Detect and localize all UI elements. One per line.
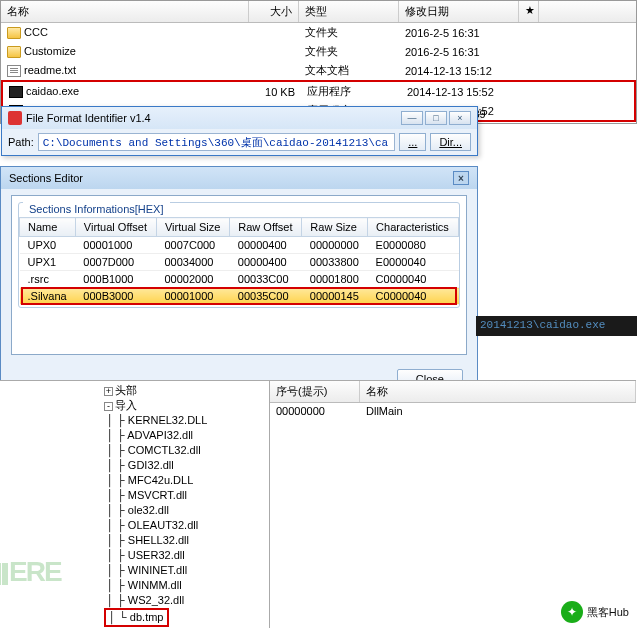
- th-char[interactable]: Characteristics: [368, 218, 459, 237]
- sections-table: Name Virtual Offset Virtual Size Raw Off…: [19, 217, 459, 305]
- col-ordinal[interactable]: 序号(提示): [270, 381, 360, 402]
- table-row-highlighted[interactable]: .Silvana000B30000000100000035C0000000145…: [20, 288, 459, 305]
- tree-leaf[interactable]: │ ├ WINMM.dll: [104, 578, 270, 593]
- file-list-header: 名称 大小 类型 修改日期 ★: [1, 1, 636, 23]
- close-button[interactable]: ×: [449, 111, 471, 125]
- tree-leaf[interactable]: │ ├ COMCTL32.dll: [104, 443, 270, 458]
- app-icon: [8, 111, 22, 125]
- tree-leaf[interactable]: │ ├ OLEAUT32.dll: [104, 518, 270, 533]
- tree-leaf[interactable]: │ ├ WS2_32.dll: [104, 593, 270, 608]
- path-ellipsis-button[interactable]: ...: [399, 133, 426, 151]
- wechat-icon: ✦: [561, 601, 583, 623]
- text-file-icon: [7, 65, 21, 77]
- expand-icon[interactable]: +: [104, 387, 113, 396]
- file-row[interactable]: CCC文件夹2016-2-5 16:31: [1, 23, 636, 42]
- tree-node[interactable]: +头部: [104, 383, 270, 398]
- sections-title-text: Sections Editor: [9, 172, 83, 184]
- tree-panel: +头部 -导入 │ ├ KERNEL32.DLL │ ├ ADVAPI32.dl…: [0, 381, 270, 628]
- col-name[interactable]: 名称: [360, 381, 636, 402]
- maximize-button[interactable]: □: [425, 111, 447, 125]
- sections-editor-window: Sections Editor × Sections Informations[…: [0, 166, 478, 400]
- dark-path-strip: 20141213\caidao.exe: [476, 316, 637, 336]
- col-star[interactable]: ★: [519, 1, 539, 22]
- sections-group: Sections Informations[HEX] Name Virtual …: [18, 202, 460, 308]
- imports-panel: 序号(提示) 名称 00000000 DllMain: [270, 381, 636, 628]
- close-icon[interactable]: ×: [453, 171, 469, 185]
- table-row[interactable]: .rsrc000B10000000200000033C0000001800C00…: [20, 271, 459, 288]
- sections-group-title: Sections Informations[HEX]: [23, 201, 170, 217]
- folder-icon: [7, 27, 21, 39]
- collapse-icon[interactable]: -: [104, 402, 113, 411]
- path-label: Path:: [8, 136, 34, 148]
- ffi-title-text: File Format Identifier v1.4: [26, 112, 151, 124]
- table-row[interactable]: UPX10007D000000340000000040000033800E000…: [20, 254, 459, 271]
- exe-icon: [9, 86, 23, 98]
- col-date[interactable]: 修改日期: [399, 1, 519, 22]
- tree-leaf[interactable]: │ ├ KERNEL32.DLL: [104, 413, 270, 428]
- sections-titlebar[interactable]: Sections Editor ×: [1, 167, 477, 189]
- th-vsize[interactable]: Virtual Size: [156, 218, 229, 237]
- tree-leaf[interactable]: db.tmp: [130, 611, 164, 623]
- col-name[interactable]: 名称: [1, 1, 249, 22]
- tree-leaf[interactable]: │ ├ MSVCRT.dll: [104, 488, 270, 503]
- col-type[interactable]: 类型: [299, 1, 399, 22]
- tree-leaf[interactable]: │ ├ USER32.dll: [104, 548, 270, 563]
- table-header-row: Name Virtual Offset Virtual Size Raw Off…: [20, 218, 459, 237]
- th-roff[interactable]: Raw Offset: [230, 218, 302, 237]
- folder-icon: [7, 46, 21, 58]
- file-row[interactable]: caidao.exe10 KB应用程序2014-12-13 15:52: [3, 82, 634, 101]
- highlight-box-dbtmp: │ └ db.tmp: [104, 608, 169, 627]
- bottom-panel: +头部 -导入 │ ├ KERNEL32.DLL │ ├ ADVAPI32.dl…: [0, 380, 636, 628]
- tree-leaf[interactable]: │ ├ SHELL32.dll: [104, 533, 270, 548]
- ffi-titlebar[interactable]: File Format Identifier v1.4 — □ ×: [2, 107, 477, 129]
- path-input[interactable]: [38, 133, 396, 151]
- watermark-left: FREɭERE: [0, 556, 61, 588]
- col-size[interactable]: 大小: [249, 1, 299, 22]
- file-row[interactable]: readme.txt文本文档2014-12-13 15:12: [1, 61, 636, 80]
- file-row[interactable]: Customize文件夹2016-2-5 16:31: [1, 42, 636, 61]
- th-voff[interactable]: Virtual Offset: [75, 218, 156, 237]
- ffi-path-row: Path: ... Dir...: [2, 129, 477, 155]
- tree-leaf[interactable]: │ ├ ole32.dll: [104, 503, 270, 518]
- tree-node[interactable]: -导入: [104, 398, 270, 413]
- tree-leaf[interactable]: │ ├ ADVAPI32.dll: [104, 428, 270, 443]
- dir-button[interactable]: Dir...: [430, 133, 471, 151]
- table-row[interactable]: UPX0000010000007C0000000040000000000E000…: [20, 237, 459, 254]
- import-row[interactable]: 00000000 DllMain: [270, 403, 636, 419]
- ffi-window: File Format Identifier v1.4 — □ × Path: …: [1, 106, 478, 156]
- minimize-button[interactable]: —: [401, 111, 423, 125]
- th-rsize[interactable]: Raw Size: [302, 218, 368, 237]
- tree-leaf[interactable]: │ ├ MFC42u.DLL: [104, 473, 270, 488]
- tree-leaf[interactable]: │ ├ GDI32.dll: [104, 458, 270, 473]
- tree-leaf[interactable]: │ ├ WININET.dll: [104, 563, 270, 578]
- imports-header: 序号(提示) 名称: [270, 381, 636, 403]
- th-name[interactable]: Name: [20, 218, 76, 237]
- watermark-right: ✦黑客Hub: [561, 601, 629, 623]
- tree-node[interactable]: +资源: [104, 627, 270, 628]
